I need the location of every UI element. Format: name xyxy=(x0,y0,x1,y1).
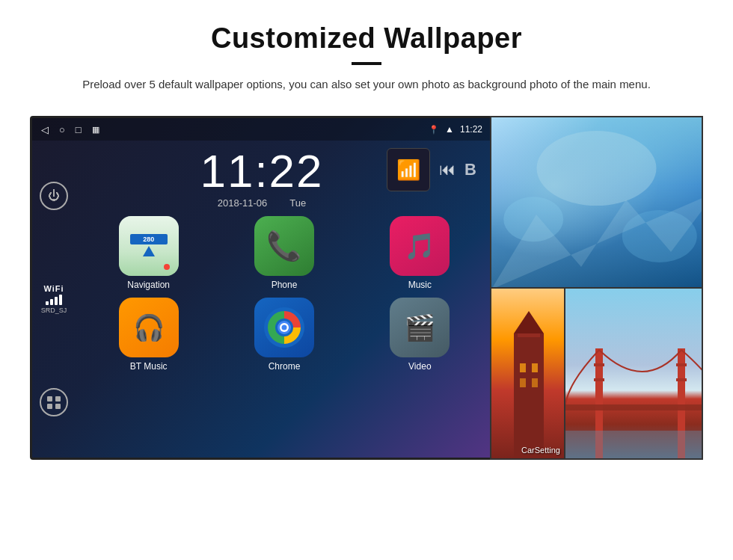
recent-icon: □ xyxy=(76,124,82,135)
chrome-label: Chrome xyxy=(269,361,301,372)
app-item-bt-music[interactable]: 🎧 BT Music xyxy=(85,298,212,372)
nav-shield-label: 280 xyxy=(130,234,168,244)
svg-rect-20 xyxy=(676,363,687,366)
clock-day-value: Tue xyxy=(289,197,306,209)
status-bar-nav: ◁ ○ □ ▦ xyxy=(41,124,99,135)
wallpaper-bridge xyxy=(565,288,703,460)
svg-rect-22 xyxy=(565,404,702,410)
music-symbol: 🎵 xyxy=(404,231,435,261)
app-item-music[interactable]: 🎵 Music xyxy=(356,216,484,290)
page-header: Customized Wallpaper Preload over 5 defa… xyxy=(0,0,733,108)
wallpaper-building: CarSetting xyxy=(490,288,565,460)
wallpaper-ice-cave xyxy=(490,116,703,288)
clock-area: 11:22 2018-11-06 Tue 📶 ⏮ B xyxy=(32,141,491,212)
wifi-bar-1 xyxy=(46,301,49,305)
android-mockup: ◁ ○ □ ▦ 📍 ▲ 11:22 ⏻ WiFi xyxy=(30,116,494,460)
carsetting-label: CarSetting xyxy=(521,446,560,455)
apps-grid-icon xyxy=(47,396,61,409)
svg-rect-19 xyxy=(594,378,604,381)
back-icon: ◁ xyxy=(41,124,49,135)
bridge-bg xyxy=(565,289,702,458)
building-svg xyxy=(491,289,564,458)
music-icon: 🎵 xyxy=(390,216,450,276)
app-item-chrome[interactable]: Chrome xyxy=(220,298,348,372)
bt-music-label: BT Music xyxy=(130,361,168,372)
wifi-label: WiFi xyxy=(41,284,67,293)
page-description: Preload over 5 default wallpaper options… xyxy=(75,76,658,93)
phone-label: Phone xyxy=(272,280,298,290)
nav-arrow xyxy=(143,246,155,256)
signal-widget[interactable]: 📶 xyxy=(387,148,430,191)
app-item-phone[interactable]: 📞 Phone xyxy=(220,216,348,290)
svg-rect-11 xyxy=(520,363,526,372)
signal-wave-icon: 📶 xyxy=(396,159,420,182)
video-symbol: 🎬 xyxy=(404,313,435,342)
media-prev-icon[interactable]: ⏮ xyxy=(439,160,456,179)
apps-button[interactable] xyxy=(40,388,68,416)
phone-symbol: 📞 xyxy=(266,230,301,262)
status-bar-info: 📍 ▲ 11:22 xyxy=(429,124,482,135)
status-bar: ◁ ○ □ ▦ 📍 ▲ 11:22 xyxy=(32,118,491,141)
page-title: Customized Wallpaper xyxy=(45,22,688,55)
svg-rect-23 xyxy=(565,431,702,458)
location-icon: 📍 xyxy=(429,125,439,135)
app-item-navigation[interactable]: 280 Navigation xyxy=(85,216,212,290)
svg-point-4 xyxy=(537,131,657,206)
chrome-icon xyxy=(254,298,314,357)
video-label: Video xyxy=(408,361,431,372)
video-icon: 🎬 xyxy=(390,298,450,357)
bt-symbol: 🎧 xyxy=(133,313,165,342)
phone-icon: 📞 xyxy=(254,216,314,276)
svg-rect-8 xyxy=(514,333,544,458)
wifi-bar-4 xyxy=(59,295,62,305)
wifi-ssid: SRD_SJ xyxy=(41,307,67,314)
navigation-icon: 280 xyxy=(119,216,179,276)
home-icon: ○ xyxy=(59,124,65,135)
title-divider xyxy=(352,62,381,65)
clock-date: 2018-11-06 Tue xyxy=(200,197,323,209)
navigation-label: Navigation xyxy=(127,280,170,290)
status-time: 11:22 xyxy=(460,124,482,135)
wifi-bars xyxy=(41,295,67,305)
wallpaper-bottom-row: CarSetting xyxy=(490,288,703,460)
building-bg xyxy=(491,289,564,458)
wallpaper-previews: CarSetting xyxy=(490,116,703,460)
wifi-bar-3 xyxy=(55,297,58,305)
chrome-svg xyxy=(264,307,304,348)
app-item-video[interactable]: 🎬 Video xyxy=(356,298,484,372)
main-content: ◁ ○ □ ▦ 📍 ▲ 11:22 ⏻ WiFi xyxy=(0,108,733,475)
svg-point-3 xyxy=(281,325,286,330)
nav-dot xyxy=(164,264,170,270)
svg-rect-13 xyxy=(520,378,526,387)
bridge-svg xyxy=(565,289,702,458)
clock-right-icons: 📶 ⏮ B xyxy=(387,148,476,191)
bt-music-icon: 🎧 xyxy=(119,298,179,357)
svg-rect-18 xyxy=(594,363,604,366)
svg-rect-14 xyxy=(532,378,538,387)
app-grid: 280 Navigation 📞 Phone 🎵 Music xyxy=(32,212,491,379)
clock-date-value: 2018-11-06 xyxy=(218,197,268,209)
wifi-bar-2 xyxy=(50,299,53,305)
svg-rect-12 xyxy=(532,363,538,372)
music-label: Music xyxy=(408,280,432,290)
wifi-status-icon: ▲ xyxy=(445,124,454,135)
ice-formations xyxy=(491,117,702,287)
wifi-block: WiFi SRD_SJ xyxy=(41,284,67,314)
svg-rect-21 xyxy=(676,378,687,381)
clock-time: 11:22 xyxy=(200,148,323,194)
bluetooth-letter: B xyxy=(464,160,476,179)
svg-marker-10 xyxy=(514,311,544,333)
screenshot-icon: ▦ xyxy=(92,125,99,135)
clock-block: 11:22 2018-11-06 Tue xyxy=(200,148,323,209)
